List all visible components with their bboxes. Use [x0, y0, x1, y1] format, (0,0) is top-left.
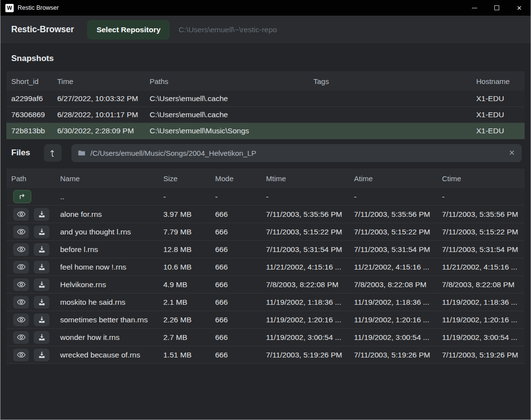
- file-ctime: 7/8/2003, 8:22:08 PM: [437, 280, 525, 289]
- snapshot-row-selected[interactable]: 72b813bb6/30/2022, 2:28:09 PMC:\Users\em…: [6, 123, 525, 139]
- download-icon: [38, 210, 46, 218]
- close-button[interactable]: ✕: [508, 0, 531, 16]
- download-file-button[interactable]: [34, 261, 49, 273]
- download-file-button[interactable]: [34, 243, 49, 256]
- file-mode: 666: [210, 333, 261, 342]
- preview-file-button[interactable]: [13, 243, 29, 256]
- app-logo-icon: W: [5, 4, 14, 12]
- file-name: feel home now !.rns: [55, 263, 158, 272]
- snapshot-row[interactable]: a2299af66/27/2022, 10:03:32 PMC:\Users\e…: [6, 91, 525, 107]
- preview-file-button[interactable]: [13, 261, 29, 273]
- snapshot-hostname: X1-EDU: [471, 94, 525, 103]
- snapshots-header-row: Short_idTimePathsTagsHostname: [6, 71, 525, 91]
- clear-path-button[interactable]: ✕: [508, 148, 516, 157]
- file-size: 3.97 MB: [158, 210, 210, 219]
- minimize-button[interactable]: [463, 0, 486, 16]
- file-name: moskito he said.rns: [55, 298, 158, 307]
- preview-file-button[interactable]: [13, 349, 29, 361]
- file-path-cell: [6, 296, 55, 309]
- file-actions: [11, 331, 55, 344]
- file-path-cell: [6, 314, 55, 326]
- file-actions: [11, 226, 55, 238]
- snapshots-column-header-short_id: Short_id: [6, 77, 52, 85]
- snapshot-paths: C:\Users\emuell\.cache: [145, 110, 309, 119]
- download-file-button[interactable]: [34, 314, 49, 326]
- file-path-cell: [6, 243, 55, 256]
- file-actions: [11, 208, 55, 221]
- close-icon: ✕: [517, 4, 522, 12]
- file-name: alone for.rns: [55, 210, 158, 219]
- file-path-cell: [6, 190, 55, 203]
- preview-file-button[interactable]: [13, 278, 29, 291]
- file-size: 10.6 MB: [158, 263, 210, 272]
- file-size: 1.51 MB: [158, 351, 210, 359]
- files-column-header-mtime: Mtime: [261, 174, 349, 183]
- download-file-button[interactable]: [34, 331, 49, 344]
- download-file-button[interactable]: [34, 296, 49, 309]
- maximize-button[interactable]: [486, 0, 508, 16]
- file-atime: 11/19/2002, 1:18:36 ...: [349, 298, 437, 307]
- file-mtime: 7/11/2003, 5:35:56 PM: [261, 210, 349, 219]
- file-name: wrecked because of.rns: [55, 351, 158, 359]
- download-file-button[interactable]: [34, 278, 49, 291]
- snapshot-time: 6/27/2022, 10:03:32 PM: [52, 94, 145, 103]
- clear-path-icon: ✕: [509, 148, 515, 157]
- file-size: 12.8 MB: [158, 245, 210, 254]
- maximize-icon: [494, 5, 499, 10]
- repository-path: C:\Users\emuell\~\restic-repo: [178, 25, 277, 34]
- download-file-button[interactable]: [34, 226, 49, 238]
- download-icon: [38, 263, 46, 271]
- download-file-button[interactable]: [34, 349, 49, 361]
- current-path-text: /C/Users/emuell/Music/Songs/2004_Helveti…: [90, 149, 508, 157]
- download-file-button[interactable]: [34, 208, 49, 221]
- snapshot-time: 6/30/2022, 2:28:09 PM: [52, 126, 145, 135]
- files-column-header-path: Path: [6, 174, 55, 183]
- file-row: wrecked because of.rns1.51 MB6667/11/200…: [6, 346, 525, 364]
- file-mtime: 7/11/2003, 5:31:54 PM: [261, 245, 349, 254]
- preview-file-button[interactable]: [13, 296, 29, 309]
- preview-file-button[interactable]: [13, 226, 29, 238]
- file-row: before l.rns12.8 MB6667/11/2003, 5:31:54…: [6, 241, 525, 258]
- file-mode: 666: [210, 298, 261, 307]
- parent-directory-icon: [18, 192, 26, 201]
- file-size: -: [158, 192, 210, 201]
- file-actions: [11, 278, 55, 291]
- snapshots-section-title: Snapshots: [0, 44, 531, 71]
- file-ctime: 11/19/2002, 3:00:54 ...: [437, 333, 525, 342]
- files-column-header-size: Size: [158, 174, 210, 183]
- download-icon: [38, 280, 46, 289]
- preview-file-button[interactable]: [13, 331, 29, 344]
- goto-root-button[interactable]: [44, 144, 62, 162]
- file-ctime: 7/11/2003, 5:35:56 PM: [437, 210, 525, 219]
- file-mode: 666: [210, 228, 261, 236]
- file-name: sometimes better than.rns: [55, 315, 158, 324]
- files-header-row: PathNameSizeModeMtimeAtimeCtime: [6, 168, 525, 188]
- file-mode: 666: [210, 263, 261, 272]
- preview-eye-icon: [17, 280, 26, 289]
- select-repository-button[interactable]: Select Repository: [87, 20, 170, 40]
- preview-file-button[interactable]: [13, 208, 29, 221]
- path-input[interactable]: /C/Users/emuell/Music/Songs/2004_Helveti…: [71, 144, 522, 162]
- titlebar: W Restic Browser ✕: [0, 0, 531, 16]
- file-size: 2.7 MB: [158, 333, 210, 342]
- file-row: alone for.rns3.97 MB6667/11/2003, 5:35:5…: [6, 206, 525, 223]
- file-ctime: 11/19/2002, 1:18:36 ...: [437, 298, 525, 307]
- preview-eye-icon: [17, 333, 26, 342]
- download-icon: [38, 333, 46, 341]
- file-path-cell: [6, 331, 55, 344]
- file-actions: [11, 314, 55, 326]
- download-icon: [38, 228, 46, 236]
- file-name: ..: [55, 192, 158, 201]
- file-path-cell: [6, 261, 55, 273]
- file-mtime: 7/8/2003, 8:22:08 PM: [261, 280, 349, 289]
- parent-directory-button[interactable]: [13, 190, 31, 203]
- file-size: 2.26 MB: [158, 315, 210, 324]
- app-window: W Restic Browser ✕ Restic-Browser Select…: [0, 0, 531, 420]
- snapshot-row[interactable]: 763068696/28/2022, 10:01:17 PMC:\Users\e…: [6, 107, 525, 123]
- root-directory-icon: [48, 149, 57, 157]
- file-atime: -: [349, 192, 437, 201]
- preview-file-button[interactable]: [13, 314, 29, 326]
- file-actions: [11, 349, 55, 361]
- files-section-title: Files: [11, 148, 30, 158]
- parent-directory-row: ..-----: [6, 188, 525, 206]
